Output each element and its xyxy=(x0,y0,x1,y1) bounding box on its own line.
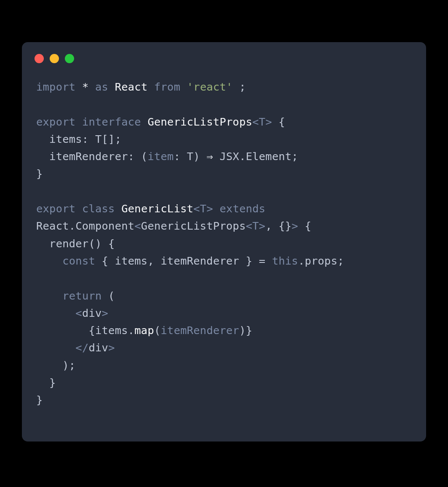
window-titlebar xyxy=(22,42,426,66)
minimize-icon[interactable] xyxy=(50,54,59,63)
code-window: import * as React from 'react' ; export … xyxy=(22,42,426,442)
code-editor[interactable]: import * as React from 'react' ; export … xyxy=(22,66,426,422)
zoom-icon[interactable] xyxy=(65,54,74,63)
close-icon[interactable] xyxy=(35,54,44,63)
